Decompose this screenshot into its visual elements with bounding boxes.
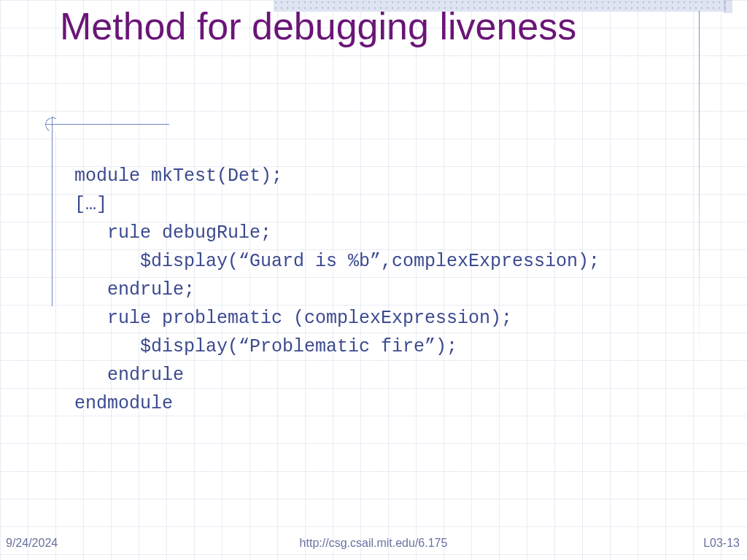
slide: Method for debugging liveness module mkT…: [0, 0, 747, 560]
code-block: module mkTest(Det); […] rule debugRule; …: [74, 162, 716, 418]
footer-url: http://csg.csail.mit.edu/6.175: [0, 537, 747, 550]
decorative-circle: [44, 116, 61, 133]
footer-page: L03-13: [703, 537, 740, 550]
decorative-right-notch: [724, 0, 732, 13]
decorative-left-vline: [52, 117, 53, 306]
footer: 9/24/2024 http://csg.csail.mit.edu/6.175…: [0, 532, 747, 550]
slide-title: Method for debugging liveness: [60, 3, 629, 50]
decorative-hline: [45, 124, 169, 125]
